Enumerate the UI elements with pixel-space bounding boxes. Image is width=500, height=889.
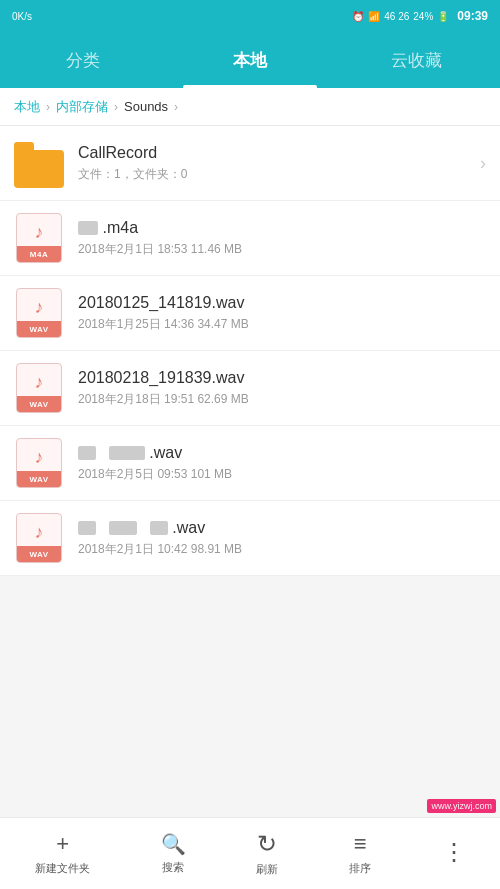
- file-name-callrecord: CallRecord: [78, 144, 472, 162]
- list-item[interactable]: ♪ WAV .wav 2018年2月1日 10:42 98.91 MB: [0, 501, 500, 576]
- list-item[interactable]: CallRecord 文件：1，文件夹：0 ›: [0, 126, 500, 201]
- audio-icon-wav1: ♪ WAV: [14, 288, 64, 338]
- audio-icon-wav3: ♪ WAV: [14, 438, 64, 488]
- redacted-block: [78, 446, 96, 460]
- file-type-label-wav3: WAV: [17, 471, 61, 487]
- list-item[interactable]: ♪ WAV 20180125_141819.wav 2018年1月25日 14:…: [0, 276, 500, 351]
- sort-label: 排序: [349, 861, 371, 876]
- redacted-block: [109, 521, 137, 535]
- file-info-wav3: .wav 2018年2月5日 09:53 101 MB: [78, 444, 486, 483]
- file-info-wav2: 20180218_191839.wav 2018年2月18日 19:51 62.…: [78, 369, 486, 408]
- breadcrumb: 本地 › 内部存储 › Sounds ›: [0, 88, 500, 126]
- file-type-label-wav2: WAV: [17, 396, 61, 412]
- file-name-suffix-wav3: .wav: [149, 444, 182, 461]
- file-name-wav4: .wav: [78, 519, 486, 537]
- watermark: www.yizwj.com: [427, 799, 496, 813]
- redacted-block: [150, 521, 168, 535]
- redacted-block: [109, 446, 145, 460]
- battery-icon: 🔋: [437, 11, 449, 22]
- tab-bar: 分类 本地 云收藏: [0, 32, 500, 88]
- bottom-toolbar: + 新建文件夹 🔍 搜索 ↺ 刷新 ≡ 排序 ⋮: [0, 817, 500, 889]
- refresh-label: 刷新: [256, 862, 278, 877]
- breadcrumb-sep-2: ›: [114, 100, 118, 114]
- refresh-icon: ↺: [257, 830, 277, 858]
- file-type-label-wav1: WAV: [17, 321, 61, 337]
- sort-icon: ≡: [354, 831, 367, 857]
- clock-icon: ⏰: [352, 11, 364, 22]
- tab-classify[interactable]: 分类: [0, 32, 167, 88]
- file-meta-callrecord: 文件：1，文件夹：0: [78, 166, 472, 183]
- file-name-wav2: 20180218_191839.wav: [78, 369, 486, 387]
- status-bar: 0K/s ⏰ 📶 46 26 24% 🔋 09:39: [0, 0, 500, 32]
- audio-icon-m4a: ♪ M4A: [14, 213, 64, 263]
- file-meta-wav2: 2018年2月18日 19:51 62.69 MB: [78, 391, 486, 408]
- battery-text: 24%: [413, 11, 433, 22]
- tab-local[interactable]: 本地: [167, 32, 334, 88]
- breadcrumb-sep-1: ›: [46, 100, 50, 114]
- file-info-wav1: 20180125_141819.wav 2018年1月25日 14:36 34.…: [78, 294, 486, 333]
- more-button[interactable]: ⋮: [426, 830, 481, 878]
- file-list: CallRecord 文件：1，文件夹：0 › ♪ M4A .m4a 2018年…: [0, 126, 500, 817]
- search-button[interactable]: 🔍 搜索: [145, 824, 202, 883]
- wifi-icon: 📶: [368, 11, 380, 22]
- redacted-block: [78, 221, 98, 235]
- new-folder-button[interactable]: + 新建文件夹: [19, 823, 106, 884]
- file-type-label-m4a: M4A: [17, 246, 61, 262]
- time-display: 09:39: [457, 9, 488, 23]
- music-note-icon: ♪: [35, 372, 44, 393]
- file-name-suffix-wav4: .wav: [172, 519, 205, 536]
- status-icons: ⏰ 📶 46 26 24% 🔋 09:39: [352, 9, 488, 23]
- file-name-m4a: .m4a: [78, 219, 486, 237]
- file-info-wav4: .wav 2018年2月1日 10:42 98.91 MB: [78, 519, 486, 558]
- file-info-callrecord: CallRecord 文件：1，文件夹：0: [78, 144, 472, 183]
- file-info-m4a: .m4a 2018年2月1日 18:53 11.46 MB: [78, 219, 486, 258]
- list-item[interactable]: ♪ M4A .m4a 2018年2月1日 18:53 11.46 MB: [0, 201, 500, 276]
- audio-icon-wav2: ♪ WAV: [14, 363, 64, 413]
- file-name-suffix-m4a: .m4a: [102, 219, 138, 236]
- network-speed: 0K/s: [12, 11, 32, 22]
- file-meta-wav3: 2018年2月5日 09:53 101 MB: [78, 466, 486, 483]
- file-meta-m4a: 2018年2月1日 18:53 11.46 MB: [78, 241, 486, 258]
- file-name-wav1: 20180125_141819.wav: [78, 294, 486, 312]
- search-icon: 🔍: [161, 832, 186, 856]
- chevron-icon-callrecord: ›: [480, 153, 486, 174]
- signal-icon: 46 26: [384, 11, 409, 22]
- new-folder-label: 新建文件夹: [35, 861, 90, 876]
- breadcrumb-internal[interactable]: 内部存储: [56, 98, 108, 116]
- folder-icon-callrecord: [14, 138, 64, 188]
- music-note-icon: ♪: [35, 447, 44, 468]
- redacted-block: [78, 521, 96, 535]
- list-item[interactable]: ♪ WAV 20180218_191839.wav 2018年2月18日 19:…: [0, 351, 500, 426]
- music-note-icon: ♪: [35, 297, 44, 318]
- file-meta-wav4: 2018年2月1日 10:42 98.91 MB: [78, 541, 486, 558]
- breadcrumb-sep-3: ›: [174, 100, 178, 114]
- breadcrumb-sounds[interactable]: Sounds: [124, 99, 168, 114]
- file-name-wav3: .wav: [78, 444, 486, 462]
- sort-button[interactable]: ≡ 排序: [333, 823, 387, 884]
- file-type-label-wav4: WAV: [17, 546, 61, 562]
- music-note-icon: ♪: [35, 222, 44, 243]
- refresh-button[interactable]: ↺ 刷新: [240, 822, 294, 885]
- file-meta-wav1: 2018年1月25日 14:36 34.47 MB: [78, 316, 486, 333]
- tab-cloud[interactable]: 云收藏: [333, 32, 500, 88]
- plus-icon: +: [56, 831, 69, 857]
- breadcrumb-local[interactable]: 本地: [14, 98, 40, 116]
- audio-icon-wav4: ♪ WAV: [14, 513, 64, 563]
- more-icon: ⋮: [442, 838, 465, 866]
- music-note-icon: ♪: [35, 522, 44, 543]
- list-item[interactable]: ♪ WAV .wav 2018年2月5日 09:53 101 MB: [0, 426, 500, 501]
- search-label: 搜索: [162, 860, 184, 875]
